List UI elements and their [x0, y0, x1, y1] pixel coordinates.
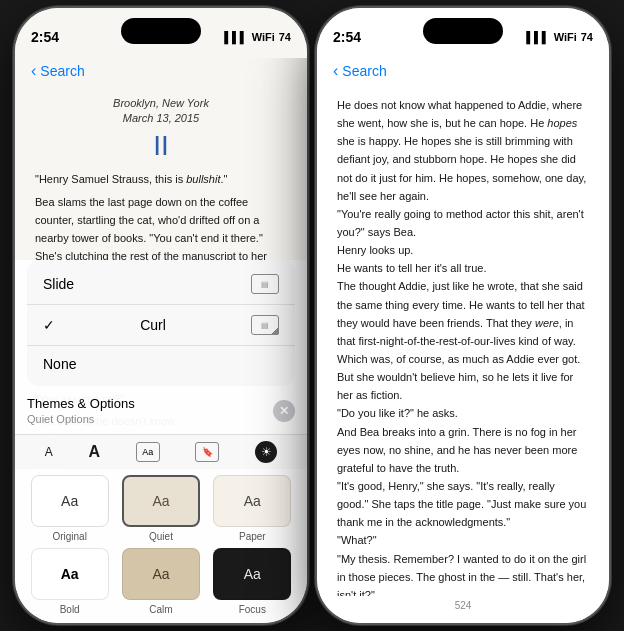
original-preview: Aa [31, 475, 109, 527]
font-controls: A A Aa 🔖 [15, 434, 307, 469]
small-font-button[interactable]: A [45, 445, 53, 459]
left-status-icons: ▌▌▌ WiFi 74 [224, 31, 291, 43]
bold-label: Bold [60, 604, 80, 615]
book-location: Brooklyn, New YorkMarch 13, 2015 [35, 96, 287, 127]
right-book-content: He does not know what happened to Addie,… [317, 88, 609, 596]
phones-container: 2:54 ▌▌▌ WiFi 74 ‹ Search Brooklyn, New … [15, 8, 609, 623]
themes-section: Themes & OptionsQuiet Options ✕ [15, 390, 307, 434]
slide-icon: ▤ [251, 274, 279, 294]
brightness-button[interactable] [255, 441, 277, 463]
battery-icon: 74 [279, 31, 291, 43]
theme-focus[interactable]: Aa Focus [210, 548, 295, 615]
wifi-icon: WiFi [252, 31, 275, 43]
curl-label: Curl [140, 317, 166, 333]
theme-original[interactable]: Aa Original [27, 475, 112, 542]
bottom-panel: Slide ▤ ✓ Curl ▤ None [15, 260, 307, 623]
theme-paper[interactable]: Aa Paper [210, 475, 295, 542]
none-label: None [43, 356, 76, 372]
slide-option[interactable]: Slide ▤ [27, 264, 295, 305]
left-phone: 2:54 ▌▌▌ WiFi 74 ‹ Search Brooklyn, New … [15, 8, 307, 623]
slide-menu: Slide ▤ ✓ Curl ▤ None [27, 260, 295, 386]
right-back-button[interactable]: ‹ Search [333, 62, 387, 80]
dynamic-island [121, 18, 201, 44]
calm-preview: Aa [122, 548, 200, 600]
page-number: 524 [317, 596, 609, 623]
right-status-icons: ▌▌▌ WiFi 74 [526, 31, 593, 43]
large-font-button[interactable]: A [89, 443, 101, 461]
signal-icon: ▌▌▌ [224, 31, 247, 43]
right-phone: 2:54 ▌▌▌ WiFi 74 ‹ Search He does not kn… [317, 8, 609, 623]
book-chapter: II [35, 129, 287, 163]
theme-grid: Aa Original Aa Quiet Aa Pap [15, 469, 307, 623]
font-type-button[interactable]: Aa [136, 442, 160, 462]
none-option[interactable]: None [27, 346, 295, 382]
bold-preview: Aa [31, 548, 109, 600]
original-label: Original [52, 531, 86, 542]
theme-quiet[interactable]: Aa Quiet [118, 475, 203, 542]
left-time: 2:54 [31, 29, 59, 45]
right-nav-bar: ‹ Search [317, 58, 609, 88]
paper-preview: Aa [213, 475, 291, 527]
focus-label: Focus [239, 604, 266, 615]
bookmark-button[interactable]: 🔖 [195, 442, 219, 462]
paper-label: Paper [239, 531, 266, 542]
curl-option[interactable]: ✓ Curl ▤ [27, 305, 295, 346]
quiet-preview: Aa [122, 475, 200, 527]
left-back-label: Search [40, 63, 84, 79]
book-header: Brooklyn, New YorkMarch 13, 2015 II [35, 96, 287, 162]
right-signal-icon: ▌▌▌ [526, 31, 549, 43]
right-wifi-icon: WiFi [554, 31, 577, 43]
quiet-label: Quiet [149, 531, 173, 542]
left-nav-bar: ‹ Search [15, 58, 307, 88]
right-dynamic-island [423, 18, 503, 44]
theme-bold[interactable]: Aa Bold [27, 548, 112, 615]
calm-label: Calm [149, 604, 172, 615]
right-battery-icon: 74 [581, 31, 593, 43]
focus-preview: Aa [213, 548, 291, 600]
close-button[interactable]: ✕ [273, 400, 295, 422]
slide-label: Slide [43, 276, 74, 292]
themes-title: Themes & OptionsQuiet Options [27, 396, 135, 426]
left-back-button[interactable]: ‹ Search [31, 62, 85, 80]
right-back-label: Search [342, 63, 386, 79]
check-icon: ✓ [43, 317, 55, 333]
theme-calm[interactable]: Aa Calm [118, 548, 203, 615]
back-chevron-icon: ‹ [31, 62, 36, 80]
curl-icon: ▤ [251, 315, 279, 335]
themes-header: Themes & OptionsQuiet Options ✕ [27, 396, 295, 426]
right-time: 2:54 [333, 29, 361, 45]
right-back-chevron-icon: ‹ [333, 62, 338, 80]
